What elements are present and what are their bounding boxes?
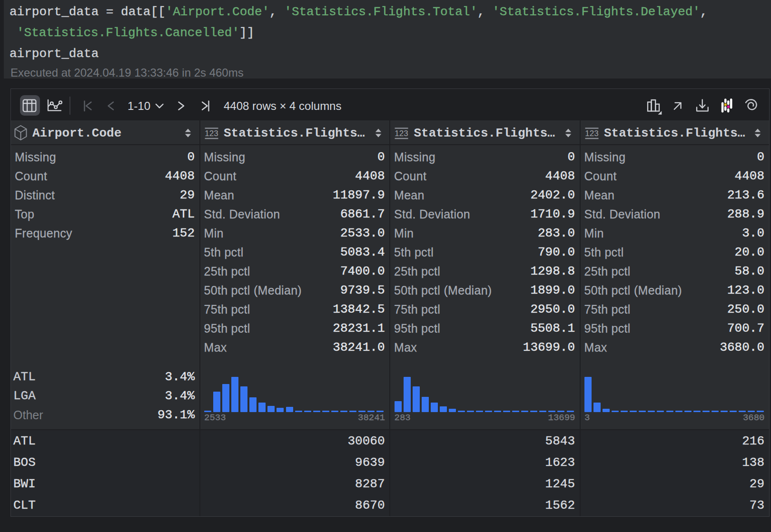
- svg-text:123: 123: [585, 129, 598, 138]
- svg-text:123: 123: [205, 129, 218, 138]
- svg-text:123: 123: [395, 129, 408, 138]
